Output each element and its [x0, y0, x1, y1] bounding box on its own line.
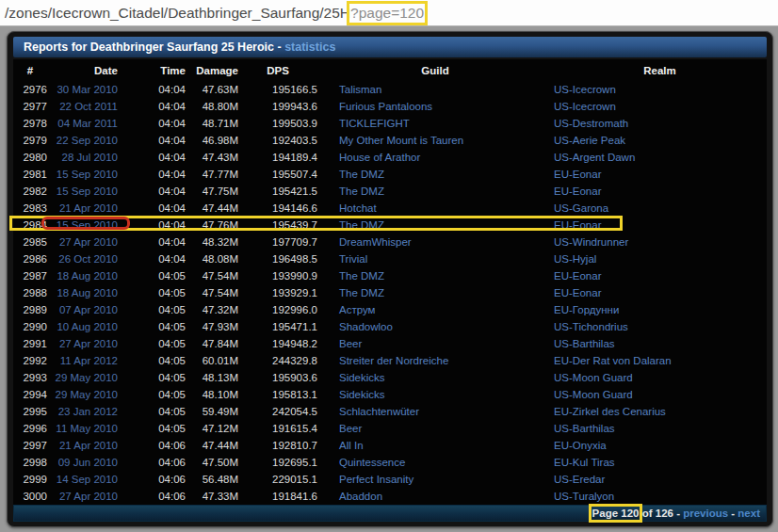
report-date-link[interactable]: 27 Apr 2010	[59, 236, 118, 248]
guild-link[interactable]: All In	[339, 440, 364, 451]
guild-link[interactable]: Shadowloo	[339, 321, 393, 332]
guild-link[interactable]: The DMZ	[339, 287, 384, 298]
report-date-link[interactable]: 28 Jul 2010	[62, 152, 118, 163]
address-bar[interactable]: /zones/Icecrown_Citadel/Deathbringer_Sau…	[0, 0, 778, 26]
guild-link[interactable]: Schlachtenwüter	[339, 406, 419, 417]
report-date-link[interactable]: 21 Apr 2010	[59, 202, 118, 214]
realm-link[interactable]: US-Destromath	[554, 118, 628, 129]
report-date-link[interactable]: 11 May 2010	[56, 423, 118, 434]
guild-link[interactable]: DreamWhisper	[339, 236, 412, 248]
realm-link[interactable]: US-Moon Guard	[554, 389, 633, 400]
guild-link[interactable]: Sidekicks	[339, 372, 385, 383]
report-date-link[interactable]: 18 Aug 2010	[57, 270, 118, 282]
report-date-link[interactable]: 11 Apr 2012	[60, 355, 118, 366]
realm-link[interactable]: US-Barthilas	[554, 423, 615, 434]
realm-link[interactable]: EU-Eonar	[554, 169, 602, 180]
table-row: 298215 Sep 201004:0447.75M195421.5The DM…	[13, 183, 767, 200]
realm-link[interactable]: US-Argent Dawn	[554, 152, 635, 163]
guild-link[interactable]: Abaddon	[339, 491, 382, 502]
report-date-link[interactable]: 15 Sep 2010	[57, 185, 118, 197]
realm-link[interactable]: US-Windrunner	[554, 236, 628, 248]
guild-link[interactable]: The DMZ	[339, 270, 384, 282]
realm-link[interactable]: US-Barthilas	[554, 338, 615, 349]
realm-link[interactable]: EU-Eonar	[554, 270, 602, 282]
report-damage: 47.43M	[186, 149, 238, 166]
table-cell: US-Destromath	[553, 115, 767, 132]
guild-link[interactable]: The DMZ	[339, 219, 384, 231]
guild-link[interactable]: My Other Mount is Tauren	[339, 135, 463, 146]
realm-link[interactable]: US-Tichondrius	[554, 321, 628, 332]
guild-link[interactable]: The DMZ	[339, 169, 384, 180]
report-date-link[interactable]: 07 Apr 2010	[59, 304, 118, 315]
report-rank: 2994	[13, 386, 47, 403]
report-date-link[interactable]: 18 Aug 2010	[57, 287, 118, 298]
realm-link[interactable]: US-Turalyon	[554, 491, 614, 502]
report-time: 04:04	[118, 250, 186, 267]
report-date-link[interactable]: 14 Sep 2010	[57, 474, 118, 485]
realm-link[interactable]: EU-Der Rat von Dalaran	[554, 355, 672, 366]
realm-link[interactable]: EU-Eonar	[554, 287, 602, 298]
guild-link[interactable]: Talisman	[339, 84, 381, 95]
report-date-link[interactable]: 27 Apr 2010	[59, 338, 118, 349]
report-time: 04:04	[118, 166, 186, 183]
guild-link[interactable]: Sidekicks	[339, 389, 385, 400]
guild-link[interactable]: Quintessence	[339, 457, 405, 468]
next-page-link[interactable]: next	[737, 508, 760, 519]
report-date-link[interactable]: 09 Jun 2010	[58, 457, 118, 468]
guild-link[interactable]: Beer	[339, 338, 362, 349]
guild-link[interactable]: Streiter der Nordreiche	[339, 355, 448, 366]
report-dps: 244329.8	[238, 352, 317, 369]
previous-page-link[interactable]: previous	[683, 508, 728, 519]
guild-link[interactable]: TICKLEFIGHT	[339, 118, 410, 129]
realm-link[interactable]: EU-Eonar	[554, 219, 602, 231]
report-date-link[interactable]: 15 Sep 2010	[57, 169, 118, 180]
report-rank: 2992	[13, 352, 47, 369]
table-cell: 27 Apr 2010	[47, 234, 118, 250]
realm-link[interactable]: US-Moon Guard	[554, 372, 633, 383]
report-date-link[interactable]: 15 Sep 2010	[57, 219, 118, 231]
table-row: 300027 Apr 201004:0647.33M191841.6Abaddo…	[13, 488, 767, 505]
realm-link[interactable]: US-Hyjal	[554, 253, 596, 265]
realm-link[interactable]: EU-Kul Tiras	[554, 457, 615, 468]
realm-link[interactable]: US-Icecrown	[554, 101, 616, 112]
guild-link[interactable]: Furious Pantaloons	[339, 101, 432, 112]
table-cell: The DMZ	[317, 267, 553, 284]
guild-link[interactable]: Аструм	[339, 304, 375, 315]
table-header-row: # Date Time Damage DPS Guild Realm	[13, 59, 767, 81]
statistics-link[interactable]: statistics	[284, 40, 335, 54]
report-dps: 191841.6	[238, 488, 317, 505]
guild-link[interactable]: The DMZ	[339, 185, 384, 197]
guild-link[interactable]: Trivial	[339, 253, 367, 265]
guild-link[interactable]: Hotchat	[339, 202, 377, 214]
realm-link[interactable]: US-Eredar	[554, 474, 605, 485]
report-date-link[interactable]: 26 Oct 2010	[58, 253, 118, 265]
report-date-link[interactable]: 10 Aug 2010	[57, 321, 118, 332]
realm-link[interactable]: US-Aerie Peak	[554, 135, 625, 146]
report-date-link[interactable]: 27 Apr 2010	[59, 491, 118, 502]
report-time: 04:05	[118, 420, 186, 437]
realm-link[interactable]: EU-Eonar	[554, 185, 602, 197]
report-rank: 2993	[13, 369, 47, 386]
report-date-link[interactable]: 22 Oct 2011	[59, 101, 118, 112]
report-date-link[interactable]: 30 Mar 2010	[57, 84, 118, 95]
report-dps: 195507.4	[238, 166, 317, 183]
report-date-link[interactable]: 21 Apr 2010	[59, 440, 118, 451]
report-rank: 2989	[13, 301, 47, 318]
report-date-link[interactable]: 22 Sep 2010	[57, 135, 118, 146]
realm-link[interactable]: EU-Гордунни	[554, 304, 619, 315]
report-date-link[interactable]: 04 Mar 2011	[57, 118, 118, 129]
realm-link[interactable]: US-Garona	[554, 202, 608, 214]
realm-link[interactable]: EU-Zirkel des Cenarius	[554, 406, 666, 417]
report-date-link[interactable]: 23 Jan 2012	[58, 406, 118, 417]
column-header-date: Date	[47, 59, 118, 81]
realm-link[interactable]: EU-Onyxia	[554, 440, 607, 451]
table-cell: The DMZ	[317, 166, 553, 183]
table-cell: US-Tichondrius	[553, 318, 767, 335]
guild-link[interactable]: House of Arathor	[339, 152, 420, 163]
guild-link[interactable]: Beer	[339, 423, 362, 434]
guild-link[interactable]: Perfect Insanity	[339, 474, 413, 485]
table-cell: Abaddon	[317, 488, 553, 505]
report-date-link[interactable]: 29 May 2010	[56, 389, 119, 400]
report-date-link[interactable]: 29 May 2010	[56, 372, 119, 383]
realm-link[interactable]: US-Icecrown	[554, 84, 616, 95]
